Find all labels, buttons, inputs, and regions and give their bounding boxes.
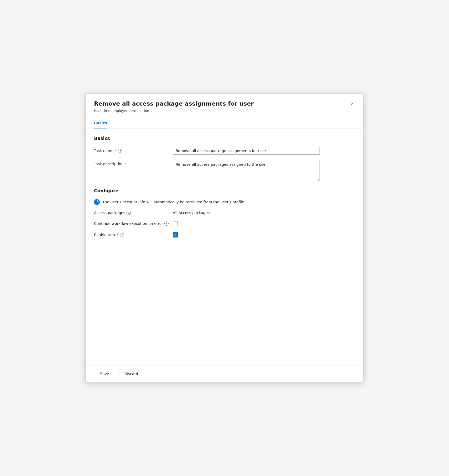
enable-task-row: Enable task * i ✓ xyxy=(94,232,355,237)
continue-workflow-row: Continue workflow execution on error i xyxy=(94,221,355,226)
enable-task-info-icon: i xyxy=(120,233,124,237)
configure-section-title: Configure xyxy=(94,188,355,193)
configure-section: Configure i The user's account info will… xyxy=(94,188,355,237)
info-bar: i The user's account info will automatic… xyxy=(94,199,355,205)
dialog-title: Remove all access package assignments fo… xyxy=(94,100,254,108)
dialog-subtitle: Real-time employee termination xyxy=(94,109,254,113)
dialog-container: Remove all access package assignments fo… xyxy=(85,94,364,382)
save-button[interactable]: Save xyxy=(94,370,115,378)
discard-button[interactable]: Discard xyxy=(118,370,144,378)
task-description-input[interactable]: Remove all access packages assigned to t… xyxy=(173,160,320,181)
access-packages-label: Access packages i xyxy=(94,211,173,215)
task-name-input[interactable] xyxy=(173,147,320,155)
task-description-required: * xyxy=(125,162,127,166)
enable-task-checkbox[interactable]: ✓ xyxy=(173,232,178,237)
continue-workflow-info-icon: i xyxy=(164,221,169,226)
tab-basics[interactable]: Basics xyxy=(94,118,107,128)
task-name-info-icon: i xyxy=(118,149,122,153)
task-description-input-area: Remove all access packages assigned to t… xyxy=(173,160,355,182)
task-description-row: Task description * Remove all access pac… xyxy=(94,160,355,182)
checkmark-icon: ✓ xyxy=(174,233,177,237)
dialog-footer: Save Discard xyxy=(86,365,363,382)
close-button[interactable]: × xyxy=(349,101,355,108)
task-name-label: Task name * i xyxy=(94,147,173,153)
info-filled-icon: i xyxy=(94,199,100,205)
continue-workflow-checkbox[interactable] xyxy=(173,221,177,226)
tabs-bar: Basics xyxy=(86,118,363,128)
access-packages-info-icon: i xyxy=(127,211,131,215)
close-icon: × xyxy=(350,101,353,107)
task-name-row: Task name * i xyxy=(94,147,355,155)
task-name-input-area xyxy=(173,147,355,155)
access-packages-row: Access packages i All Access packages xyxy=(94,211,355,215)
enable-task-label: Enable task * i xyxy=(94,233,173,237)
task-description-label: Task description * xyxy=(94,160,173,166)
enable-task-required: * xyxy=(117,233,119,237)
continue-workflow-label: Continue workflow execution on error i xyxy=(94,221,173,226)
info-bar-text: The user's account info will automatical… xyxy=(102,200,245,204)
basics-section-title: Basics xyxy=(94,136,355,141)
access-packages-value: All Access packages xyxy=(173,211,210,215)
basics-section: Basics Task name * i Task description * xyxy=(94,136,355,182)
dialog-title-block: Remove all access package assignments fo… xyxy=(94,100,254,113)
dialog-header: Remove all access package assignments fo… xyxy=(86,94,363,116)
task-name-required: * xyxy=(115,149,117,153)
dialog-body: Basics Task name * i Task description * xyxy=(86,128,363,365)
